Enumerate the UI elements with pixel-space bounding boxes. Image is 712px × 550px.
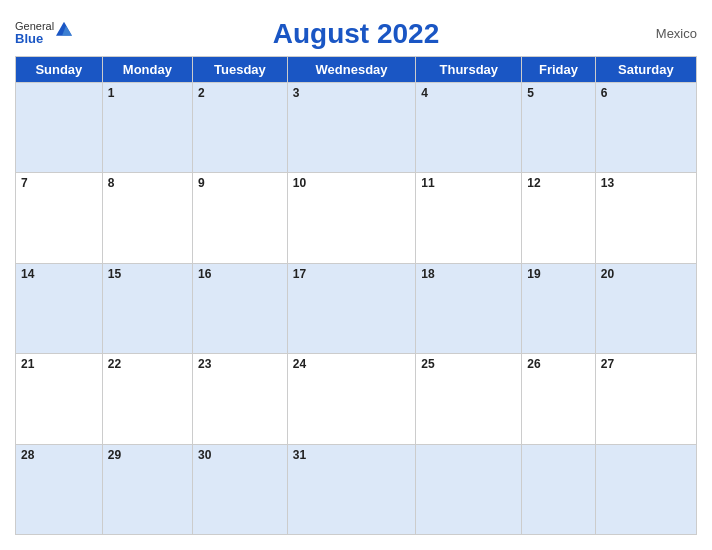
day-number: 12 xyxy=(527,176,540,190)
weekday-thursday: Thursday xyxy=(416,57,522,83)
calendar-day-cell: 7 xyxy=(16,173,103,263)
calendar-day-cell: 13 xyxy=(595,173,696,263)
calendar-day-cell: 4 xyxy=(416,83,522,173)
calendar-day-cell: 25 xyxy=(416,354,522,444)
calendar-day-cell: 22 xyxy=(102,354,192,444)
weekday-saturday: Saturday xyxy=(595,57,696,83)
calendar-day-cell: 1 xyxy=(102,83,192,173)
calendar-day-cell: 21 xyxy=(16,354,103,444)
day-number: 8 xyxy=(108,176,115,190)
day-number: 3 xyxy=(293,86,300,100)
calendar-day-cell xyxy=(416,444,522,534)
weekday-friday: Friday xyxy=(522,57,595,83)
calendar-day-cell xyxy=(595,444,696,534)
calendar-day-cell xyxy=(16,83,103,173)
day-number: 23 xyxy=(198,357,211,371)
day-number: 20 xyxy=(601,267,614,281)
calendar-day-cell: 23 xyxy=(193,354,288,444)
calendar-day-cell: 31 xyxy=(287,444,416,534)
calendar-day-cell: 9 xyxy=(193,173,288,263)
day-number: 4 xyxy=(421,86,428,100)
day-number: 14 xyxy=(21,267,34,281)
day-number: 9 xyxy=(198,176,205,190)
calendar-title: August 2022 xyxy=(273,18,440,50)
calendar-day-cell: 24 xyxy=(287,354,416,444)
calendar-day-cell: 26 xyxy=(522,354,595,444)
calendar-day-cell: 10 xyxy=(287,173,416,263)
calendar-day-cell: 15 xyxy=(102,263,192,353)
calendar-day-cell: 11 xyxy=(416,173,522,263)
calendar-day-cell: 18 xyxy=(416,263,522,353)
day-number: 24 xyxy=(293,357,306,371)
calendar-day-cell: 20 xyxy=(595,263,696,353)
weekday-sunday: Sunday xyxy=(16,57,103,83)
day-number: 30 xyxy=(198,448,211,462)
weekday-header-row: SundayMondayTuesdayWednesdayThursdayFrid… xyxy=(16,57,697,83)
day-number: 6 xyxy=(601,86,608,100)
day-number: 18 xyxy=(421,267,434,281)
calendar-day-cell: 14 xyxy=(16,263,103,353)
calendar-day-cell: 3 xyxy=(287,83,416,173)
day-number: 17 xyxy=(293,267,306,281)
day-number: 1 xyxy=(108,86,115,100)
calendar-header: General Blue August 2022 Mexico xyxy=(15,10,697,56)
day-number: 28 xyxy=(21,448,34,462)
day-number: 7 xyxy=(21,176,28,190)
weekday-monday: Monday xyxy=(102,57,192,83)
day-number: 29 xyxy=(108,448,121,462)
calendar-day-cell: 12 xyxy=(522,173,595,263)
calendar-week-row: 14151617181920 xyxy=(16,263,697,353)
calendar-day-cell: 17 xyxy=(287,263,416,353)
calendar-day-cell: 28 xyxy=(16,444,103,534)
calendar-day-cell: 5 xyxy=(522,83,595,173)
calendar-week-row: 21222324252627 xyxy=(16,354,697,444)
logo-blue: Blue xyxy=(15,32,43,46)
calendar-week-row: 28293031 xyxy=(16,444,697,534)
day-number: 11 xyxy=(421,176,434,190)
calendar-table: SundayMondayTuesdayWednesdayThursdayFrid… xyxy=(15,56,697,535)
day-number: 26 xyxy=(527,357,540,371)
calendar-week-row: 123456 xyxy=(16,83,697,173)
day-number: 16 xyxy=(198,267,211,281)
day-number: 31 xyxy=(293,448,306,462)
weekday-tuesday: Tuesday xyxy=(193,57,288,83)
calendar-day-cell: 2 xyxy=(193,83,288,173)
country-label: Mexico xyxy=(656,26,697,41)
day-number: 21 xyxy=(21,357,34,371)
calendar-day-cell: 16 xyxy=(193,263,288,353)
calendar-day-cell: 6 xyxy=(595,83,696,173)
day-number: 19 xyxy=(527,267,540,281)
day-number: 5 xyxy=(527,86,534,100)
day-number: 25 xyxy=(421,357,434,371)
logo-icon xyxy=(56,20,72,38)
day-number: 15 xyxy=(108,267,121,281)
day-number: 10 xyxy=(293,176,306,190)
calendar-day-cell: 8 xyxy=(102,173,192,263)
calendar-day-cell xyxy=(522,444,595,534)
weekday-wednesday: Wednesday xyxy=(287,57,416,83)
calendar-day-cell: 29 xyxy=(102,444,192,534)
day-number: 2 xyxy=(198,86,205,100)
day-number: 27 xyxy=(601,357,614,371)
day-number: 22 xyxy=(108,357,121,371)
calendar-day-cell: 19 xyxy=(522,263,595,353)
logo: General Blue xyxy=(15,20,54,46)
day-number: 13 xyxy=(601,176,614,190)
calendar-day-cell: 27 xyxy=(595,354,696,444)
calendar-day-cell: 30 xyxy=(193,444,288,534)
calendar-week-row: 78910111213 xyxy=(16,173,697,263)
